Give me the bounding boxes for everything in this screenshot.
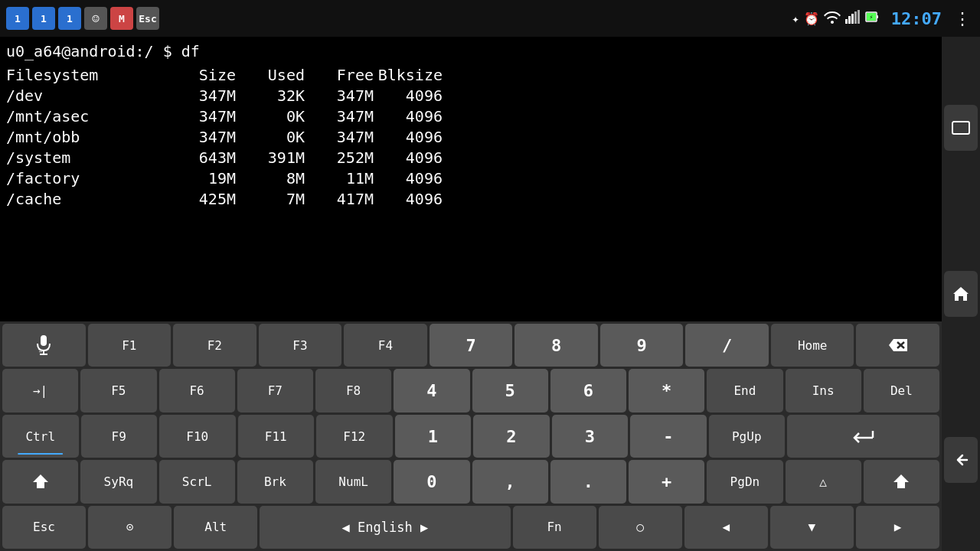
f12-key[interactable]: F12 <box>316 415 393 458</box>
status-menu[interactable]: ⋮ <box>954 9 971 28</box>
shift2-key[interactable] <box>864 460 939 503</box>
back-button[interactable] <box>944 437 978 483</box>
plus-key[interactable]: + <box>629 460 704 503</box>
col-free: Free <box>305 65 374 86</box>
alarm-icon: ⏰ <box>804 11 819 26</box>
keyboard: F1 F2 F3 F4 7 8 9 / Home →| F5 F6 F7 F8 … <box>0 321 942 551</box>
table-cell: /mnt/asec <box>6 106 159 127</box>
svg-rect-3 <box>854 11 857 24</box>
circle-dot-key[interactable]: ⊙ <box>88 506 172 549</box>
col-blksize: Blksize <box>374 65 443 86</box>
table-cell: 391M <box>236 148 305 168</box>
table-cell: 4096 <box>374 168 443 189</box>
lang-right-arrow: ▶ <box>420 520 428 535</box>
slash-key[interactable]: / <box>685 324 769 367</box>
comma-key[interactable]: , <box>472 460 548 503</box>
ins-key[interactable]: Ins <box>786 369 861 412</box>
fn-key[interactable]: Fn <box>513 506 596 549</box>
dot-key[interactable]: . <box>550 460 626 503</box>
keyboard-row-3: Ctrl F9 F10 F11 F12 1 2 3 - PgUp <box>2 415 939 458</box>
table-cell: 425M <box>159 189 236 210</box>
status-icons: ✦ ⏰ ⚡ <box>792 9 971 28</box>
table-cell: 4096 <box>374 106 443 127</box>
8-key[interactable]: 8 <box>514 324 598 367</box>
star-key[interactable]: * <box>629 369 704 412</box>
triangle-key[interactable]: △ <box>786 460 861 503</box>
enter-key[interactable] <box>787 415 939 458</box>
home-button[interactable] <box>944 271 978 317</box>
language-label: English <box>358 520 413 535</box>
pgup-key[interactable]: PgUp <box>709 415 786 458</box>
nav-back-key[interactable]: ◀ <box>684 506 768 549</box>
col-filesystem: Filesystem <box>6 65 159 86</box>
battery-icon: ⚡ <box>865 10 879 27</box>
notif-3: 1 <box>58 7 81 30</box>
tab-key[interactable]: →| <box>2 369 78 412</box>
sysrq-key[interactable]: SyRq <box>80 460 156 503</box>
f4-key[interactable]: F4 <box>344 324 427 367</box>
table-cell: 4096 <box>374 189 443 210</box>
col-used: Used <box>236 65 305 86</box>
0-key[interactable]: 0 <box>394 460 469 503</box>
7-key[interactable]: 7 <box>430 324 513 367</box>
f6-key[interactable]: F6 <box>159 369 235 412</box>
ctrl-key[interactable]: Ctrl <box>2 415 79 458</box>
f10-key[interactable]: F10 <box>159 415 236 458</box>
table-cell: /system <box>6 148 159 168</box>
table-cell: 643M <box>159 148 236 168</box>
5-key[interactable]: 5 <box>472 369 548 412</box>
svg-marker-21 <box>893 474 909 488</box>
backspace-key[interactable] <box>856 324 939 367</box>
mic-key[interactable] <box>2 324 86 367</box>
nav-down-key[interactable]: ▼ <box>770 506 854 549</box>
table-cell: 4096 <box>374 127 443 148</box>
end-key[interactable]: End <box>707 369 782 412</box>
minus-key[interactable]: - <box>630 415 707 458</box>
f8-key[interactable]: F8 <box>315 369 391 412</box>
f5-key[interactable]: F5 <box>80 369 156 412</box>
svg-rect-1 <box>848 16 851 24</box>
overview-button[interactable] <box>944 105 978 151</box>
svg-rect-4 <box>858 10 860 24</box>
table-row: /mnt/obb347M0K347M4096 <box>6 127 936 148</box>
table-cell: 347M <box>159 127 236 148</box>
f2-key[interactable]: F2 <box>173 324 256 367</box>
table-row: /factory19M8M11M4096 <box>6 168 936 189</box>
4-key[interactable]: 4 <box>394 369 469 412</box>
notif-mail: M <box>110 7 133 30</box>
9-key[interactable]: 9 <box>600 324 684 367</box>
table-cell: 4096 <box>374 148 443 168</box>
shift-key[interactable] <box>2 460 78 503</box>
terminal: u0_a64@android:/ $ df Filesystem Size Us… <box>0 37 942 321</box>
f1-key[interactable]: F1 <box>88 324 172 367</box>
del-key[interactable]: Del <box>864 369 939 412</box>
6-key[interactable]: 6 <box>550 369 626 412</box>
table-cell: 347M <box>159 106 236 127</box>
f7-key[interactable]: F7 <box>237 369 313 412</box>
signal-icon <box>845 10 861 27</box>
1-key[interactable]: 1 <box>395 415 472 458</box>
pgdn-key[interactable]: PgDn <box>707 460 782 503</box>
language-key[interactable]: ◀ English ▶ <box>260 506 510 549</box>
f11-key[interactable]: F11 <box>238 415 315 458</box>
nav-fwd-key[interactable]: ▶ <box>856 506 939 549</box>
alt-key[interactable]: Alt <box>174 506 257 549</box>
terminal-prompt: u0_a64@android:/ $ df <box>6 41 936 62</box>
wifi-icon <box>824 10 841 27</box>
brk-key[interactable]: Brk <box>237 460 313 503</box>
table-cell: 4096 <box>374 86 443 106</box>
f9-key[interactable]: F9 <box>81 415 158 458</box>
home-key[interactable]: Home <box>771 324 854 367</box>
table-cell: 347M <box>305 127 374 148</box>
table-cell: 0K <box>236 106 305 127</box>
keyboard-row-2: →| F5 F6 F7 F8 4 5 6 * End Ins Del <box>2 369 939 412</box>
esc-key[interactable]: Esc <box>2 506 86 549</box>
notif-smiley: ☺ <box>84 7 107 30</box>
scrl-key[interactable]: ScrL <box>159 460 235 503</box>
3-key[interactable]: 3 <box>552 415 629 458</box>
home-circle-key[interactable]: ○ <box>599 506 682 549</box>
bluetooth-icon: ✦ <box>792 11 799 26</box>
f3-key[interactable]: F3 <box>259 324 342 367</box>
numl-key[interactable]: NumL <box>315 460 391 503</box>
2-key[interactable]: 2 <box>473 415 550 458</box>
